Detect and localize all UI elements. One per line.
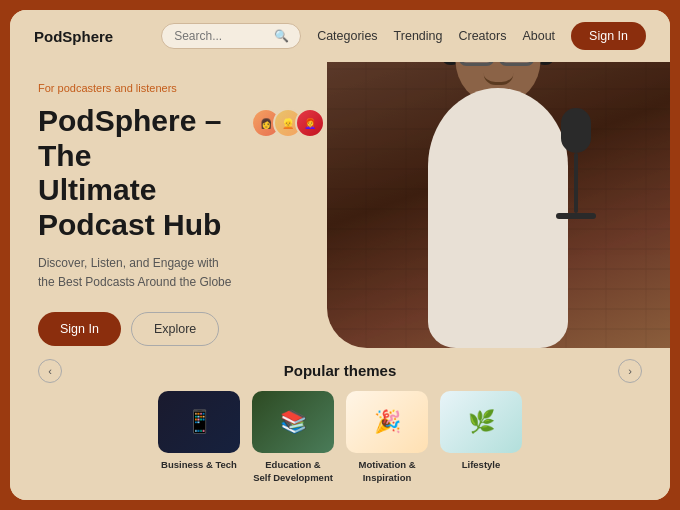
hero-signin-button[interactable]: Sign In [38, 312, 121, 346]
left-panel: For podcasters and listeners PodSphere –… [10, 62, 353, 348]
main-content: For podcasters and listeners PodSphere –… [10, 62, 670, 348]
theme-label-business: Business & Tech [161, 459, 237, 471]
chevron-right-icon: › [628, 365, 632, 377]
person-figure [388, 62, 608, 348]
themes-header: ‹ Popular themes › [38, 362, 642, 379]
search-input[interactable] [174, 29, 274, 43]
hero-title: PodSphere – The Ultimate Podcast Hub [38, 104, 243, 242]
nav-about[interactable]: About [522, 29, 555, 43]
theme-card-lifestyle[interactable]: 🌿 Lifestyle [440, 391, 522, 484]
chevron-left-icon: ‹ [48, 365, 52, 377]
themes-next-button[interactable]: › [618, 359, 642, 383]
theme-image-education: 📚 [252, 391, 334, 453]
theme-card-business-tech[interactable]: 📱 Business & Tech [158, 391, 240, 484]
avatar-cluster: 👩 👱 👩‍🦰 [251, 108, 325, 138]
nav-links: Categories Trending Creators About [317, 29, 555, 43]
page-background: PodSphere 🔍 Categories Trending Creators… [0, 0, 680, 510]
theme-card-education[interactable]: 📚 Education &Self Development [252, 391, 334, 484]
theme-thumbnail-motivation: 🎉 [346, 391, 428, 453]
theme-image-motivation: 🎉 [346, 391, 428, 453]
theme-thumbnail-business: 📱 [158, 391, 240, 453]
theme-thumbnail-education: 📚 [252, 391, 334, 453]
themes-prev-button[interactable]: ‹ [38, 359, 62, 383]
nav-creators[interactable]: Creators [458, 29, 506, 43]
search-bar[interactable]: 🔍 [161, 23, 301, 49]
mic-stand [574, 153, 578, 213]
hero-tagline: For podcasters and listeners [38, 82, 325, 94]
main-card: PodSphere 🔍 Categories Trending Creators… [10, 10, 670, 500]
avatar-3: 👩‍🦰 [295, 108, 325, 138]
theme-thumbnail-lifestyle: 🌿 [440, 391, 522, 453]
hero-image-panel [327, 62, 670, 348]
brand-logo: PodSphere [34, 28, 113, 45]
nav-categories[interactable]: Categories [317, 29, 377, 43]
navbar-signin-button[interactable]: Sign In [571, 22, 646, 50]
hero-explore-button[interactable]: Explore [131, 312, 219, 346]
search-icon: 🔍 [274, 29, 289, 43]
microphone [553, 108, 598, 228]
nav-trending[interactable]: Trending [394, 29, 443, 43]
glasses [458, 62, 538, 66]
hero-title-row: PodSphere – The Ultimate Podcast Hub 👩 👱… [38, 104, 325, 242]
mic-base [556, 213, 596, 219]
person-body [428, 88, 568, 348]
theme-image-lifestyle: 🌿 [440, 391, 522, 453]
theme-card-motivation[interactable]: 🎉 Motivation &Inspiration [346, 391, 428, 484]
hero-description: Discover, Listen, and Engage withthe Bes… [38, 254, 278, 292]
glass-lens-left [458, 62, 494, 66]
glass-lens-right [498, 62, 534, 66]
theme-label-motivation: Motivation &Inspiration [359, 459, 416, 484]
mic-head [561, 108, 591, 153]
hero-image [327, 62, 670, 348]
theme-label-lifestyle: Lifestyle [462, 459, 501, 471]
themes-title: Popular themes [284, 362, 397, 379]
cta-buttons: Sign In Explore [38, 312, 325, 346]
themes-grid: 📱 Business & Tech 📚 Education &Self Deve… [38, 391, 642, 484]
themes-section: ‹ Popular themes › 📱 Business & Tech 📚 [10, 348, 670, 500]
navbar: PodSphere 🔍 Categories Trending Creators… [10, 10, 670, 62]
theme-label-education: Education &Self Development [253, 459, 333, 484]
theme-image-business: 📱 [158, 391, 240, 453]
